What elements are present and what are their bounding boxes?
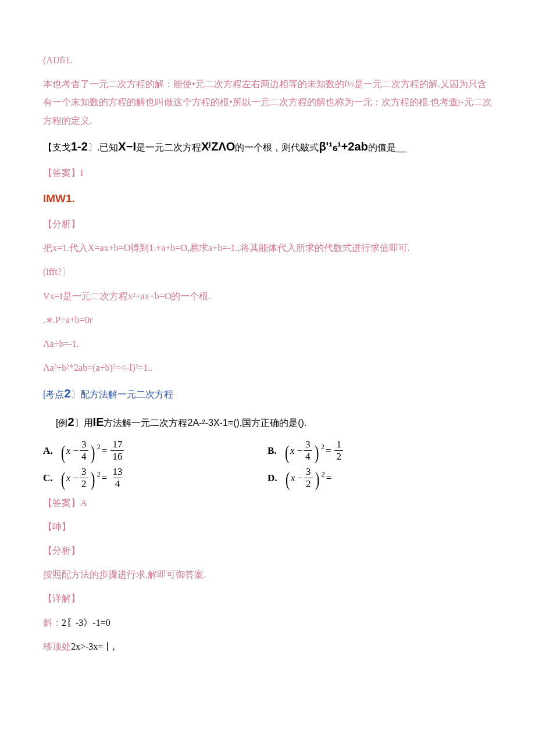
- right-paren-icon: ): [315, 443, 319, 463]
- fraction: 134: [110, 467, 124, 489]
- bracket-mid: 〕.已知: [88, 142, 118, 152]
- right-paren-icon: ): [90, 443, 94, 463]
- fraction: 32: [80, 467, 88, 489]
- explanation-paragraph: 本也考杳了一元二次方程的解：能使•元二次方程左右两边相等的未知数的f½是一元二次…: [43, 75, 492, 130]
- option-letter-a: A.: [43, 441, 53, 460]
- answer-label-1: 【答案】I: [43, 164, 492, 182]
- variant-number: 1-2: [71, 140, 88, 153]
- left-paren-icon: (: [286, 470, 290, 489]
- topic-prefix: [考点: [43, 389, 64, 399]
- left-paren-icon: (: [285, 443, 289, 463]
- option-row-cd: C. ( x− 32 )2 = 134 D. ( x− 32 )2 =: [43, 467, 492, 489]
- ex-mid: 〕用: [74, 418, 93, 428]
- text-tail: 的值是__: [368, 142, 406, 152]
- detail-step-2-body: 2x>-3x=丨,: [71, 642, 115, 651]
- text-mid-3: 的一个根，则代皴式: [235, 142, 319, 152]
- option-a-formula: ( x− 34 )2 = 1716: [60, 439, 126, 462]
- topic-number: 2: [64, 387, 70, 400]
- option-d-formula: ( x− 32 )2 =: [284, 467, 334, 489]
- option-a: A. ( x− 34 )2 = 1716: [43, 439, 268, 462]
- analysis-label-1: 【分析】: [43, 215, 492, 233]
- analysis-body-1: 把x=1.代入X=ax+b=O得到1.+a+b=O,易求a+b=-1.,将其能体…: [43, 239, 492, 257]
- bracket-prefix: 【支戈: [43, 142, 71, 152]
- fraction: 32: [304, 467, 313, 489]
- variant-1-2-question: 【支戈1-2〕.已知X−I是一元二次方程XʲZΛO的一个根，则代皴式β'¹₆¹+…: [43, 135, 492, 158]
- fraction: 34: [80, 439, 88, 462]
- option-d: D. ( x− 32 )2 =: [268, 467, 492, 489]
- fraction: 12: [334, 439, 343, 462]
- ex-number: 2: [67, 415, 74, 428]
- analysis-label-2: 【分析】: [43, 542, 492, 560]
- note-label: (AUfi1.: [43, 51, 492, 69]
- option-c: C. ( x− 32 )2 = 134: [43, 467, 268, 489]
- option-letter-d: D.: [268, 468, 277, 488]
- heading-imw1: IMW1.: [43, 188, 492, 209]
- right-paren-icon: ): [90, 470, 94, 489]
- left-paren-icon: (: [61, 470, 65, 489]
- detail-step-1-prefix: 斜：: [43, 618, 62, 628]
- expr-xjzao: XʲZΛO: [201, 140, 235, 153]
- right-paren-icon: ): [315, 470, 319, 489]
- topic-suffix: 〕配方法解一元二次方程: [71, 389, 173, 399]
- ifft-label: (ifft?〕: [43, 263, 492, 281]
- ex-tail: 方法解一元二次方程2A-²-3X-1=(),国方正确的是().: [104, 418, 306, 428]
- answer-label-2: 【答案】A: [43, 494, 492, 512]
- expr-x-minus-i: X−I: [118, 140, 136, 153]
- step-line-1: Vx=I是一元二次方程x²+ax+b=O的一个根.: [43, 287, 492, 305]
- option-b-formula: ( x− 34 )2 = 12: [284, 439, 344, 462]
- option-c-formula: ( x− 32 )2 = 134: [60, 467, 126, 489]
- fraction: 1716: [110, 439, 124, 462]
- option-row-ab: A. ( x− 34 )2 = 1716 B. ( x− 34 )2 = 12: [43, 439, 492, 462]
- step-line-3: Λa÷b=-1.: [43, 335, 492, 353]
- shen-label: 【呻】: [43, 518, 492, 536]
- detail-step-2-prefix: 移顶处: [43, 642, 71, 651]
- left-paren-icon: (: [61, 443, 65, 463]
- option-letter-c: C.: [43, 468, 53, 488]
- ex-prefix: [例: [56, 418, 67, 428]
- option-letter-b: B.: [268, 441, 277, 460]
- analysis-body-2: 按照配方法的步骤进行求.解即可御答案.: [43, 565, 492, 583]
- example-2-question: [例2〕用IE方法解一元二次方程2A-²-3X-1=(),国方正确的是().: [43, 411, 492, 433]
- detail-step-1-body: 2〖-3》-1=0: [62, 618, 110, 628]
- fraction: 34: [304, 439, 312, 462]
- topic-2-heading: [考点2〕配方法解一元二次方程: [43, 382, 492, 405]
- document-page: (AUfi1. 本也考杳了一元二次方程的解：能使•元二次方程左右两边相等的未知数…: [0, 0, 535, 756]
- option-b: B. ( x− 34 )2 = 12: [268, 439, 492, 462]
- detail-step-2: 移顶处2x>-3x=丨,: [43, 637, 492, 655]
- detail-step-1: 斜：2〖-3》-1=0: [43, 614, 492, 632]
- text-mid-2: 是一元二次方程: [136, 142, 201, 152]
- detail-label: 【详解】: [43, 589, 492, 607]
- step-line-2: .∗.P÷a+b=0r: [43, 311, 492, 329]
- step-line-4: Λa²÷b²*2ab=(a÷b)²=<-I)²=1..: [43, 359, 492, 377]
- ex-bold-ie: IE: [93, 415, 104, 428]
- expr-beta-2ab: β'¹₆¹+2ab: [319, 140, 368, 153]
